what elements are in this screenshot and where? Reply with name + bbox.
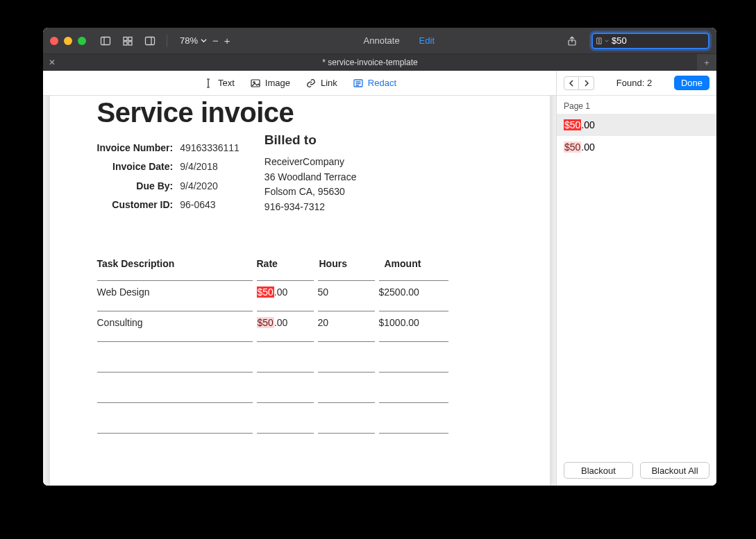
panel-header: Found: 2 Done	[557, 71, 716, 96]
cell-rate: $50.00	[257, 311, 314, 334]
svg-rect-2	[124, 37, 127, 40]
cell-description	[97, 402, 253, 426]
doc-heading: Service invoice	[97, 97, 503, 128]
image-tool[interactable]: Image	[250, 78, 290, 89]
chevron-down-icon	[201, 37, 207, 44]
close-tab-button[interactable]: ✕	[49, 58, 56, 67]
text-tool[interactable]: Text	[203, 78, 235, 89]
search-scope-icon[interactable]	[596, 37, 609, 45]
invoice-number-label: Invoice Number:	[97, 142, 174, 157]
search-highlight: $50	[564, 119, 581, 130]
fullscreen-window-button[interactable]	[78, 37, 86, 45]
search-result-item[interactable]: $50.00	[557, 136, 716, 158]
billed-to: Billed to ReceiverCompany 36 Woodland Te…	[264, 132, 357, 215]
cell-hours	[318, 341, 375, 365]
svg-rect-0	[101, 37, 110, 44]
cell-rate	[257, 433, 314, 456]
redact-icon	[353, 78, 364, 89]
cell-hours	[318, 372, 375, 395]
next-result-button[interactable]	[579, 76, 594, 90]
cell-description	[97, 341, 253, 365]
edit-label: Edit	[419, 35, 435, 46]
toggle-sidebar-icon[interactable]	[97, 33, 114, 49]
done-button[interactable]: Done	[674, 76, 709, 90]
text-icon	[203, 78, 214, 89]
search-highlight: $50	[257, 286, 274, 298]
cell-amount	[379, 433, 448, 456]
image-icon	[250, 78, 261, 89]
document-tab[interactable]: ✕ * service-invoice-template	[43, 54, 697, 71]
line-items-table: Task Description Rate Hours Amount Web D…	[97, 258, 503, 456]
billed-company: ReceiverCompany	[264, 155, 357, 170]
window-controls	[50, 37, 86, 45]
panel-footer: Blackout Blackout All	[557, 455, 716, 486]
table-row	[97, 334, 503, 365]
customer-id-value: 96-0643	[180, 199, 240, 214]
table-row	[97, 395, 503, 426]
blackout-button[interactable]: Blackout	[564, 462, 633, 479]
col-rate: Rate	[257, 258, 319, 269]
grid-view-icon[interactable]	[119, 33, 136, 49]
edit-subtoolbar: Text Image Link Redact	[43, 71, 556, 96]
zoom-in-button[interactable]: +	[224, 35, 230, 46]
svg-rect-3	[128, 37, 132, 40]
cell-description	[97, 372, 253, 395]
link-tool[interactable]: Link	[305, 78, 337, 89]
zoom-controls: 78% − +	[180, 35, 230, 46]
tab-title: * service-invoice-template	[322, 58, 417, 67]
app-window: 78% − + Annotate Edit ✕	[43, 28, 716, 486]
annotate-tool[interactable]: Annotate	[360, 35, 400, 46]
search-input[interactable]	[612, 35, 716, 46]
close-window-button[interactable]	[50, 37, 58, 45]
edit-tool[interactable]: Edit	[415, 35, 435, 46]
prev-result-button[interactable]	[564, 76, 579, 90]
table-row	[97, 365, 503, 395]
minimize-window-button[interactable]	[64, 37, 72, 45]
content-area: Text Image Link Redact Service invoice	[43, 71, 716, 486]
redact-tool[interactable]: Redact	[353, 78, 396, 89]
table-row: Web Design$50.0050$2500.00	[97, 273, 503, 304]
zoom-dropdown[interactable]: 78%	[180, 35, 207, 46]
invoice-date-value: 9/4/2018	[180, 161, 240, 176]
invoice-date-label: Invoice Date:	[97, 161, 174, 176]
cell-amount	[379, 341, 448, 365]
cell-hours	[318, 433, 375, 456]
cell-amount	[379, 402, 448, 426]
col-description: Task Description	[97, 258, 257, 269]
document-viewport[interactable]: Text Image Link Redact Service invoice	[43, 71, 556, 486]
cell-amount: $2500.00	[379, 280, 448, 304]
link-icon	[305, 78, 317, 89]
table-row	[97, 426, 503, 456]
annotate-label: Annotate	[364, 35, 400, 46]
search-highlight: $50	[564, 142, 581, 153]
results-list: Page 1 $50.00$50.00	[557, 96, 716, 455]
panel-view-icon[interactable]	[142, 33, 158, 49]
cell-description: Consulting	[97, 311, 253, 334]
svg-rect-6	[146, 37, 155, 44]
svg-rect-4	[124, 42, 127, 45]
due-by-value: 9/4/2020	[180, 180, 240, 196]
cell-rate	[257, 402, 314, 426]
blackout-all-button[interactable]: Blackout All	[640, 462, 709, 479]
search-field[interactable]: ✕	[591, 33, 709, 49]
billed-street: 36 Woodland Terrace	[264, 170, 357, 185]
cell-description	[97, 433, 253, 456]
svg-point-14	[253, 81, 255, 83]
col-hours: Hours	[319, 258, 385, 269]
cell-hours: 50	[318, 280, 375, 304]
toolbar: 78% − + Annotate Edit ✕	[43, 28, 716, 54]
zoom-out-button[interactable]: −	[212, 35, 219, 46]
billed-to-heading: Billed to	[264, 132, 357, 148]
cell-description: Web Design	[97, 280, 253, 304]
share-icon	[566, 35, 578, 46]
invoice-number-value: 49163336111	[180, 142, 240, 157]
billed-phone: 916-934-7312	[264, 200, 357, 215]
cell-hours	[318, 402, 375, 426]
cell-rate	[257, 341, 314, 365]
cell-amount: $1000.00	[379, 311, 448, 334]
share-button[interactable]	[564, 33, 580, 49]
due-by-label: Due By:	[97, 180, 174, 196]
new-tab-button[interactable]: ＋	[697, 57, 716, 69]
search-result-item[interactable]: $50.00	[557, 114, 716, 136]
col-amount: Amount	[385, 258, 454, 269]
